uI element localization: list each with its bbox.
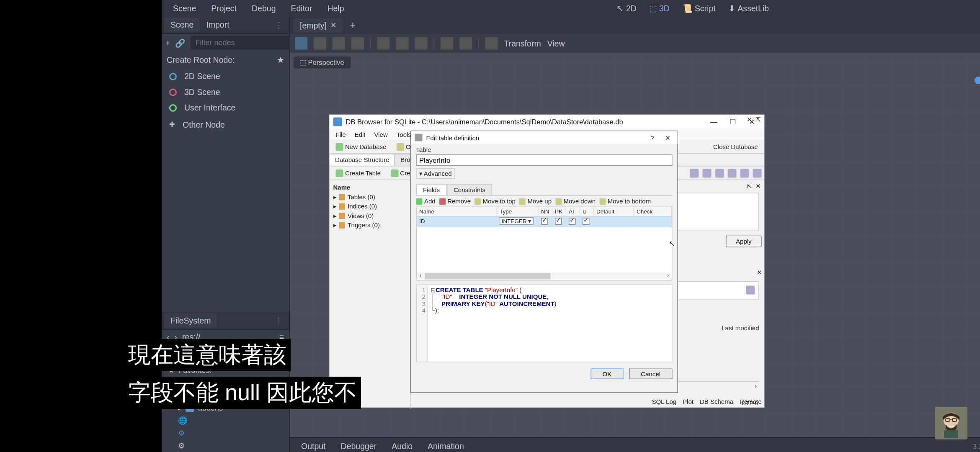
fs-item-hidden1[interactable]: 🌐 [167, 414, 284, 427]
db-menu-view[interactable]: View [371, 130, 392, 139]
scale-mode-icon[interactable] [351, 37, 364, 50]
workspace-script-button[interactable]: 📜 Script [678, 2, 720, 14]
view-menu[interactable]: View [547, 39, 565, 48]
tab-output[interactable]: Output [295, 439, 332, 452]
tab-audio[interactable]: Audio [385, 439, 419, 452]
fs-item-hidden3[interactable]: ⚙ [167, 439, 284, 452]
favorite-icon[interactable]: ★ [277, 55, 284, 65]
new-database-button[interactable]: New Database [332, 141, 390, 152]
camera-override-icon[interactable] [485, 37, 498, 50]
move-bottom-button[interactable]: Move to bottom [599, 198, 651, 205]
field-row[interactable]: ID INTEGER ▾ [417, 217, 672, 228]
status-sqllog[interactable]: SQL Log [652, 398, 676, 405]
check-cell[interactable] [634, 217, 672, 228]
db-print-icon[interactable] [753, 169, 762, 177]
tree-triggers[interactable]: ▸Triggers (0) [332, 221, 408, 230]
col-check[interactable]: Check [634, 207, 672, 216]
tab-scene[interactable]: Scene [164, 18, 200, 32]
field-type-select[interactable]: INTEGER ▾ [500, 217, 533, 225]
remove-field-button[interactable]: Remove [439, 198, 471, 205]
tree-views[interactable]: ▸Views (0) [332, 211, 408, 221]
tab-animation[interactable]: Animation [421, 439, 470, 452]
move-top-button[interactable]: Move to top [475, 198, 516, 205]
perspective-label[interactable]: ⬚ Perspective [294, 56, 351, 69]
u-checkbox[interactable] [583, 218, 590, 225]
menu-scene[interactable]: Scene [167, 2, 202, 15]
workspace-2d-button[interactable]: ↖ 2D [613, 2, 640, 14]
transform-menu[interactable]: Transform [504, 39, 541, 48]
move-down-button[interactable]: Move down [555, 198, 596, 205]
panel-close-icon[interactable]: ✕ [757, 269, 762, 276]
menu-debug[interactable]: Debug [245, 2, 282, 15]
menu-help[interactable]: Help [321, 2, 350, 15]
default-cell[interactable] [594, 217, 634, 228]
filter-nodes-input[interactable] [190, 36, 294, 50]
col-ai[interactable]: AI [566, 207, 580, 216]
scene-tab-empty[interactable]: [empty] ✕ [294, 18, 342, 33]
col-type[interactable]: Type [497, 207, 539, 216]
db-remote-icon[interactable] [746, 286, 755, 295]
scroll-right-icon[interactable]: › [755, 383, 757, 389]
viewport-gizmo[interactable] [972, 56, 980, 94]
ok-button[interactable]: OK [591, 369, 624, 380]
col-pk[interactable]: PK [552, 207, 566, 216]
scroll-left-icon[interactable]: ‹ [417, 272, 424, 280]
root-other-node[interactable]: +Other Node [162, 116, 289, 133]
col-nn[interactable]: NN [539, 207, 552, 216]
db-menu-file[interactable]: File [332, 130, 350, 139]
3d-viewport[interactable]: ⬚ Perspective DB Browser for SQLite - C:… [290, 53, 980, 437]
add-scene-tab-icon[interactable]: + [345, 20, 361, 31]
menu-editor[interactable]: Editor [284, 2, 318, 15]
col-u[interactable]: U [580, 207, 594, 216]
panel-close-icon[interactable]: ✕ [745, 116, 753, 124]
lock-icon[interactable] [396, 37, 409, 50]
instance-scene-icon[interactable]: 🔗 [175, 38, 185, 48]
panel-undock-icon[interactable]: ⇱ [754, 116, 762, 124]
maximize-button[interactable]: ☐ [724, 116, 742, 128]
create-table-button[interactable]: Create Table [332, 168, 384, 178]
workspace-assetlib-button[interactable]: ⬇ AssetLib [725, 2, 773, 14]
field-name-cell[interactable]: ID [417, 217, 497, 228]
scrollbar-thumb[interactable] [425, 273, 551, 280]
panel-close-icon[interactable]: ✕ [754, 183, 762, 190]
ai-checkbox[interactable] [569, 218, 576, 225]
table-name-input[interactable] [416, 154, 673, 166]
rotate-mode-icon[interactable] [333, 37, 345, 50]
close-tab-icon[interactable]: ✕ [330, 21, 336, 29]
move-up-button[interactable]: Move up [519, 198, 552, 205]
col-default[interactable]: Default [594, 207, 634, 216]
tab-fields[interactable]: Fields [416, 184, 447, 195]
db-menu-edit[interactable]: Edit [351, 130, 369, 139]
tab-constraints[interactable]: Constraints [447, 184, 493, 195]
tab-import[interactable]: Import [200, 18, 235, 32]
menu-project[interactable]: Project [205, 2, 243, 15]
db-tool-icon[interactable] [715, 169, 724, 177]
tab-debugger[interactable]: Debugger [335, 439, 383, 452]
tree-indices[interactable]: ▸Indices (0) [332, 202, 408, 211]
tab-filesystem[interactable]: FileSystem [164, 313, 217, 328]
dock-options-icon[interactable]: ⋮ [271, 20, 287, 30]
tree-tables[interactable]: ▸Tables (0) [332, 192, 408, 202]
workspace-3d-button[interactable]: ⬚ 3D [645, 2, 673, 14]
status-plot[interactable]: Plot [683, 398, 694, 405]
close-database-button[interactable]: Close Database [709, 142, 762, 152]
local-space-icon[interactable] [441, 37, 453, 50]
root-user-interface[interactable]: User Interface [162, 100, 289, 116]
dialog-close-button[interactable]: ✕ [661, 134, 674, 141]
status-schema[interactable]: DB Schema [700, 398, 733, 405]
add-field-button[interactable]: Add [416, 198, 436, 205]
filesystem-options-icon[interactable]: ⋮ [271, 316, 287, 326]
select-mode-icon[interactable] [295, 37, 307, 50]
pk-checkbox[interactable] [555, 218, 562, 225]
db-tool-icon[interactable] [690, 169, 699, 177]
db-tool-icon[interactable] [728, 169, 737, 177]
scroll-right-icon[interactable]: › [664, 272, 672, 280]
advanced-toggle[interactable]: ▾ Advanced [416, 168, 455, 179]
nn-checkbox[interactable] [541, 218, 548, 225]
root-2d-scene[interactable]: 2D Scene [162, 69, 289, 85]
move-mode-icon[interactable] [314, 37, 326, 50]
panel-undock-icon[interactable]: ⇱ [745, 183, 753, 190]
dialog-help-button[interactable]: ? [646, 134, 659, 141]
db-tool-icon[interactable] [703, 169, 712, 177]
fs-item-hidden2[interactable]: ⚙ [167, 427, 284, 439]
